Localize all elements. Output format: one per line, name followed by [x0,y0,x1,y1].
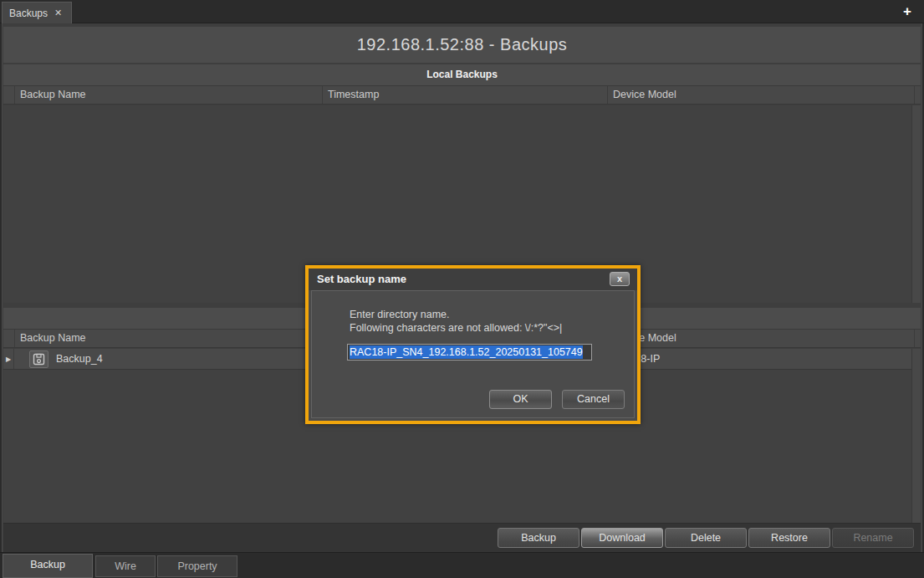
dialog-message-line1: Enter directory name. [350,308,562,321]
local-header-spacer [3,86,14,104]
row-expander-cell[interactable]: ▶ [3,349,14,369]
row-device-model-cell: RAC18-IP [607,349,914,369]
tab-backup-manager[interactable]: Backup Manager [3,554,93,578]
restore-button[interactable]: Restore [748,528,830,548]
local-column-timestamp[interactable]: Timestamp [322,86,607,104]
local-backups-section-header: Local Backups [3,64,921,85]
device-column-backup-name[interactable]: Backup Name [14,330,322,347]
dialog-message-line2: Following characters are not allowed: \/… [350,321,562,335]
local-table-scrollbar[interactable] [911,105,921,303]
cancel-button[interactable]: Cancel [562,390,625,409]
local-column-backup-name[interactable]: Backup Name [14,86,322,104]
dialog-body: Enter directory name. Following characte… [311,290,635,418]
delete-button[interactable]: Delete [665,528,747,548]
document-tab-bar: Backups ✕ + [0,0,924,23]
backup-button[interactable]: Backup [498,528,579,548]
set-backup-name-dialog: Set backup name x Enter directory name. … [305,265,641,424]
page-title: 192.168.1.52:88 - Backups [3,27,921,63]
ok-button[interactable]: OK [489,390,552,409]
rename-button: Rename [832,528,914,548]
backup-name-input[interactable]: RAC18-IP_SN4_192.168.1.52_20250131_10574… [347,344,592,361]
add-tab-button[interactable]: + [898,3,916,21]
expand-arrow-icon: ▶ [6,355,11,363]
tab-wire-sheet[interactable]: Wire Sheet [95,555,156,577]
application-window: Backups ✕ + 192.168.1.52:88 - Backups Lo… [0,0,924,578]
local-column-device-model[interactable]: Device Model [607,86,914,104]
floppy-backup-icon [29,350,48,368]
local-backups-table-header: Backup Name Timestamp Device Model [3,85,921,105]
action-button-bar: Backup Download Delete Restore Rename [3,523,921,552]
device-header-scroll-corner [914,330,921,347]
row-backup-name-cell[interactable]: Backup_4 [14,349,322,369]
local-header-scroll-corner [914,86,921,104]
dialog-message: Enter directory name. Following characte… [350,308,562,335]
backup-name-label: Backup_4 [56,353,103,365]
download-button[interactable]: Download [581,528,663,548]
tab-backups[interactable]: Backups ✕ [2,2,72,23]
view-tab-bar: Backup Manager Wire Sheet Property Sheet [0,552,924,578]
tab-backups-label: Backups [9,8,48,19]
tab-property-sheet[interactable]: Property Sheet [157,555,237,577]
tab-close-icon[interactable]: ✕ [54,8,62,18]
dialog-close-icon[interactable]: x [610,272,630,286]
device-header-spacer [3,330,14,347]
device-column-device-model[interactable]: Device Model [607,330,914,347]
selected-input-text: RAC18-IP_SN4_192.168.1.52_20250131_10574… [350,345,583,359]
device-table-scrollbar[interactable] [911,349,921,523]
dialog-title[interactable]: Set backup name [309,269,637,290]
